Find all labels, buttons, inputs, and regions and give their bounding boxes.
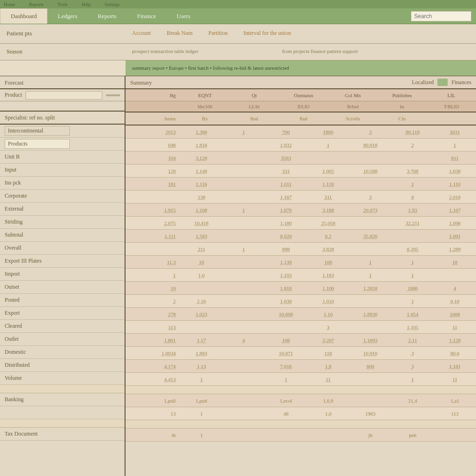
table-header: Summary Localized Finances — [126, 76, 476, 89]
sidebar-filter-input[interactable] — [26, 91, 102, 99]
nav-tab-finance[interactable]: Finance — [127, 8, 166, 24]
table-header-right-b: Finances — [451, 79, 471, 86]
sidebar-filter: Product — [0, 89, 125, 101]
sidebar-item[interactable]: Input — [0, 164, 125, 177]
filter-hints: prospect transaction table ledger from p… — [126, 44, 476, 60]
banner-text: summary report • Europe • first batch • … — [126, 60, 476, 76]
status-badge-icon — [437, 79, 448, 86]
nav-search-container — [406, 8, 476, 24]
sidebar-item[interactable]: Overall — [0, 242, 125, 255]
nav-tab-users[interactable]: Users — [166, 8, 201, 24]
sidebar-item[interactable]: Export — [0, 307, 125, 320]
sidebar-item[interactable]: External — [0, 203, 125, 216]
subhead-links: Account Break Num Partition Interval for… — [126, 24, 476, 43]
table-row: 1811,1161,0111,11811,110 — [126, 178, 476, 191]
sidebar-item[interactable]: Subtotal — [0, 229, 125, 242]
sidebar-item[interactable]: Products — [0, 138, 125, 151]
sidebar-item[interactable]: Distributed — [0, 359, 125, 372]
table-row: 1,00341,89310,87111810,910380,6 — [126, 347, 476, 360]
col-sh: fl/LIO — [279, 101, 328, 112]
top-menu-item[interactable]: Reports — [29, 2, 43, 7]
table-row: 1043,1283583811 — [126, 152, 476, 165]
sidebar-item[interactable]: Export III Plates — [0, 255, 125, 268]
filter-row: Season prospect transaction table ledger… — [0, 44, 476, 60]
col-h[interactable]: Outstatus — [279, 89, 328, 101]
col-h[interactable]: Bg — [126, 89, 180, 101]
sidebar-item[interactable]: Domestic — [0, 346, 125, 359]
table-row: 22,161,0381,01010,10 — [126, 295, 476, 308]
filter-hint-left: prospect transaction table ledger — [132, 48, 198, 55]
table-row: 4,1741,137,0181,860031,181 — [126, 360, 476, 373]
col-h[interactable]: Publishes — [377, 89, 427, 101]
sidebar-section: Specialist: ref no. split — [0, 112, 125, 125]
table-title: Summary — [126, 76, 180, 88]
sidebar-item[interactable]: Intercontinental — [0, 125, 125, 138]
sidebar-item[interactable]: Tax Document — [0, 428, 125, 441]
filter-hint-right: from projects finance pattern support — [282, 48, 358, 55]
banner-row: summary report • Europe • first batch • … — [0, 60, 476, 76]
sidebar-header: Forecast — [0, 76, 125, 89]
sidebar-item[interactable]: Outlet — [0, 333, 125, 346]
col-h[interactable]: LIL — [427, 89, 476, 101]
subhead-link[interactable]: Interval for the union — [244, 30, 291, 38]
table-row: 1281,1483311,00510,5883,7681,038 — [126, 165, 476, 178]
col-h[interactable]: Qt — [230, 89, 279, 101]
sidebar-item[interactable]: Posted — [0, 294, 125, 307]
col-h[interactable]: Col Mn — [328, 89, 377, 101]
table-row: 4,4131111111 — [126, 373, 476, 386]
sidebar-item[interactable]: Banking — [0, 393, 125, 406]
table-row: 1,1111,5838,0200,235,8201,091 — [126, 230, 476, 243]
subhead-link[interactable]: Partition — [208, 30, 227, 38]
table-row: 101,8181,1001,285818864 — [126, 282, 476, 295]
col-h[interactable]: EQNT — [180, 89, 230, 101]
subhead-link[interactable]: Break Num — [167, 30, 193, 38]
table-row: 21118983,8288,2051,289 — [126, 243, 476, 256]
sidebar-filter-bar-icon — [106, 94, 120, 96]
main-nav: Dashboard Ledgers Reports Finance Users — [0, 8, 476, 24]
sub-header: Patient pts Account Break Num Partition … — [0, 24, 476, 44]
table-header-right-a: Localized — [412, 79, 434, 86]
nav-tab-dashboard[interactable]: Dashboard — [0, 8, 47, 24]
table-row: 1,8011,1741083,2071,18932,111,128 — [126, 334, 476, 347]
table-row: 11331,10111 — [126, 321, 476, 334]
col-sh: bs — [377, 101, 427, 112]
sidebar-item[interactable]: Ins pck — [0, 177, 125, 190]
table-sub-header: hbs/100 LL/bl fl/LIO fb/bsd bs T/BLIO — [126, 101, 476, 112]
sidebar: Forecast Product Specialist: ref no. spl… — [0, 76, 126, 476]
filter-label: Season — [0, 44, 126, 60]
sidebar-item[interactable]: Corporate — [0, 190, 125, 203]
content-area: Summary Localized Finances Bg EQNT Qt Ou… — [126, 76, 476, 476]
top-menu-bar: Home Reports Tools Help Settings — [0, 0, 476, 8]
main-area: Forecast Product Specialist: ref no. spl… — [0, 76, 476, 476]
sidebar-header-title: Forecast — [0, 76, 28, 88]
table-row: 131481,01983113 — [126, 407, 476, 420]
nav-tab-ledgers[interactable]: Ledgers — [47, 8, 87, 24]
sidebar-item[interactable]: Import — [0, 268, 125, 281]
table-row: 11,3181,1391081118 — [126, 256, 476, 269]
top-menu-item[interactable]: Tools — [58, 2, 68, 7]
table-row: 11,01,1031,18311 — [126, 269, 476, 282]
nav-tab-reports[interactable]: Reports — [87, 8, 126, 24]
sidebar-item[interactable]: Striding — [0, 216, 125, 229]
top-menu-item[interactable]: Home — [4, 2, 15, 7]
subhead-link[interactable]: Account — [132, 30, 151, 38]
sidebar-item[interactable]: Unit B — [0, 151, 125, 164]
table-row: 0481,8161,032180,81821 — [126, 139, 476, 152]
table-row: 1381,167311382,018 — [126, 191, 476, 204]
sidebar-item[interactable]: Outset — [0, 281, 125, 294]
sidebar-item[interactable] — [0, 406, 125, 419]
table-col-header: Bg EQNT Qt Outstatus Col Mn Publishes LI… — [126, 89, 476, 101]
top-menu-item[interactable]: Settings — [105, 2, 119, 7]
col-sh: hbs/100 — [180, 101, 230, 112]
table-row: 20131,38817001800380,1183031 — [126, 126, 476, 139]
table-row: 2781,02310,6081,101,89301,0541008 — [126, 308, 476, 321]
subhead-title: Patient pts — [0, 24, 126, 43]
top-menu-item[interactable]: Help — [82, 2, 91, 7]
sidebar-item[interactable]: Volume — [0, 372, 125, 385]
table-row: 1,9151,10811,8703,18820,0731,931,107 — [126, 204, 476, 217]
table-row: th 1 jb peb — [126, 429, 476, 442]
table-row: 2,07510,4181,18025,05832,2111,096 — [126, 217, 476, 230]
col-sh: T/BLIO — [427, 101, 476, 112]
search-input[interactable] — [411, 11, 471, 21]
sidebar-item[interactable]: Cleared — [0, 320, 125, 333]
